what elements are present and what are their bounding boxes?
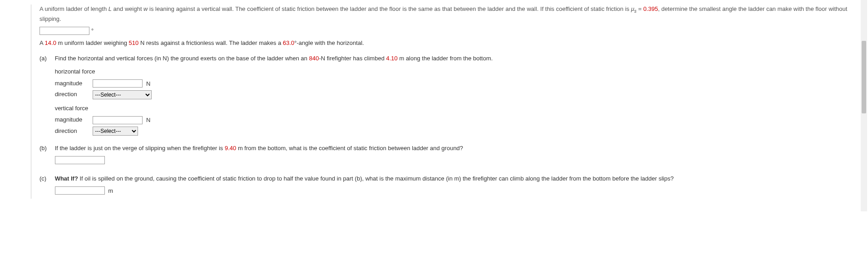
q2-p2: m uniform ladder weighing: [56, 39, 129, 46]
part-c: (c) What If? If oil is spilled on the gr…: [39, 174, 850, 199]
q1-mu-val: 0.395: [643, 5, 658, 12]
horiz-magnitude-label: magnitude: [55, 79, 91, 88]
vertical-force-label: vertical force: [55, 104, 847, 113]
horiz-magnitude-row: magnitude N: [55, 79, 847, 88]
part-b-answer-row: [55, 156, 847, 165]
q1-text: A uniform ladder of length L and weight …: [39, 5, 850, 23]
q1-L: L: [108, 5, 112, 12]
q1-mid2: is leaning against a vertical wall. The …: [148, 5, 631, 12]
part-a: (a) Find the horizontal and vertical for…: [39, 54, 850, 137]
a-t1: Find the horizontal and vertical forces …: [55, 55, 309, 62]
vert-direction-row: direction ---Select---: [55, 127, 847, 136]
q2-p4: °-angle with the horizontal.: [294, 39, 364, 46]
q2-angle: 63.0: [283, 39, 294, 46]
part-c-body: What If? If oil is spilled on the ground…: [55, 174, 847, 199]
q1-answer-row: °: [39, 26, 850, 35]
content-area: A uniform ladder of length L and weight …: [31, 5, 868, 199]
part-b-body: If the ladder is just on the verge of sl…: [55, 144, 847, 168]
b-t2: m from the bottom, what is the coefficie…: [236, 145, 463, 152]
vert-direction-label: direction: [55, 127, 91, 136]
a-t3: m along the ladder from the bottom.: [398, 55, 493, 62]
a-climb: 4.10: [386, 55, 398, 62]
q1-angle-input[interactable]: [39, 27, 89, 35]
part-a-label: (a): [39, 54, 53, 63]
horiz-direction-select[interactable]: ---Select---: [93, 90, 152, 99]
horiz-direction-row: direction ---Select---: [55, 90, 847, 99]
part-a-question: Find the horizontal and vertical forces …: [55, 54, 847, 63]
vert-magnitude-unit: N: [146, 116, 150, 125]
vert-magnitude-label: magnitude: [55, 115, 91, 124]
part-c-input[interactable]: [55, 186, 105, 195]
q2-text: A 14.0 m uniform ladder weighing 510 N r…: [39, 39, 850, 48]
part-c-question: What If? If oil is spilled on the ground…: [55, 174, 847, 183]
horiz-magnitude-input[interactable]: [93, 79, 143, 88]
b-dist: 9.40: [225, 145, 236, 152]
part-c-answer-row: m: [55, 186, 847, 195]
horiz-direction-label: direction: [55, 90, 91, 99]
scrollbar-thumb[interactable]: [862, 41, 866, 113]
part-c-unit: m: [108, 186, 113, 196]
c-text: If oil is spilled on the ground, causing…: [78, 175, 674, 182]
horizontal-force-label: horizontal force: [55, 67, 847, 76]
part-b-question: If the ladder is just on the verge of sl…: [55, 144, 847, 153]
q1-w: w: [143, 5, 148, 12]
part-b: (b) If the ladder is just on the verge o…: [39, 144, 850, 168]
vert-direction-select[interactable]: ---Select---: [93, 127, 138, 136]
part-b-label: (b): [39, 144, 53, 153]
whatif-label: What If?: [55, 175, 78, 182]
horiz-magnitude-unit: N: [146, 79, 150, 88]
q2-p3: N rests against a frictionless wall. The…: [138, 39, 283, 46]
q2-p1: A: [39, 39, 45, 46]
q1-eq: =: [636, 5, 643, 12]
q1-mu: μ: [631, 5, 634, 12]
page-container: A uniform ladder of length L and weight …: [0, 0, 868, 211]
scrollbar-track[interactable]: [861, 0, 867, 211]
q1-pre: A uniform ladder of length: [39, 5, 108, 12]
part-b-input[interactable]: [55, 156, 105, 164]
part-a-body: Find the horizontal and vertical forces …: [55, 54, 847, 137]
a-t2: -N firefighter has climbed: [319, 55, 386, 62]
q1-angle-unit: °: [91, 26, 94, 35]
vert-magnitude-input[interactable]: [93, 116, 143, 124]
part-c-label: (c): [39, 174, 53, 183]
b-t1: If the ladder is just on the verge of sl…: [55, 145, 225, 152]
q2-len: 14.0: [45, 39, 56, 46]
a-ffw: 840: [309, 55, 319, 62]
q2-weight: 510: [129, 39, 139, 46]
q1-mid1: and weight: [112, 5, 143, 12]
vert-magnitude-row: magnitude N: [55, 115, 847, 124]
